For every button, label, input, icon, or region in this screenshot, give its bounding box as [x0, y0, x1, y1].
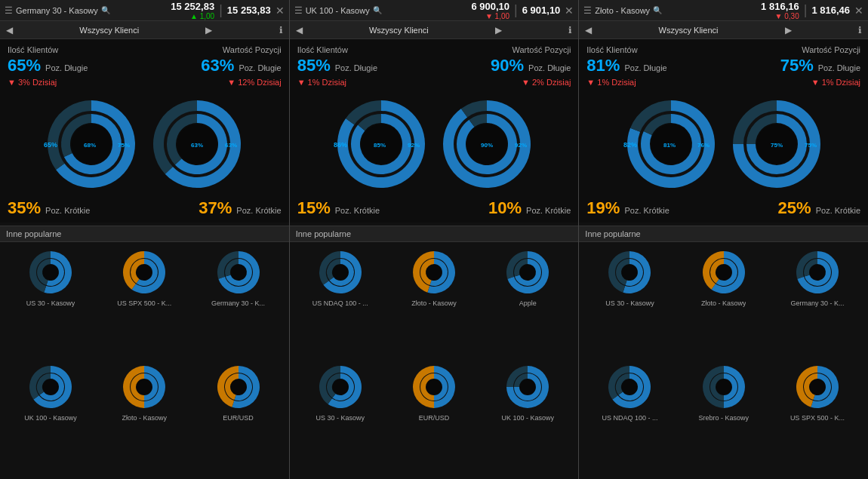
- svg-point-18: [137, 265, 152, 280]
- instruments-grid: US 30 - KasowyUS SPX 500 - K...Germany 3…: [0, 242, 289, 479]
- panel-header: ☰Germany 30 - Kasowy🔍15 252,83▲ 1,00|15 …: [0, 0, 289, 21]
- nav-prev[interactable]: ◀: [296, 25, 303, 35]
- nav-info-icon[interactable]: ℹ: [858, 25, 862, 35]
- value-label: Wartość Pozycji: [512, 45, 571, 54]
- instrument-item[interactable]: US NDAQ 100 - ...: [296, 248, 385, 358]
- instrument-item[interactable]: US 30 - Kasowy: [585, 248, 674, 358]
- svg-text:75%: 75%: [805, 142, 817, 149]
- instrument-item[interactable]: EUR/USD: [389, 363, 479, 473]
- menu-icon[interactable]: ☰: [294, 5, 303, 16]
- short-row: 35% Poz. Krótkie37% Poz. Krótkie: [0, 197, 289, 223]
- menu-icon[interactable]: ☰: [583, 5, 592, 16]
- svg-point-96: [622, 379, 637, 395]
- instrument-item[interactable]: Srebro - Kasowy: [679, 363, 768, 473]
- svg-text:68%: 68%: [84, 142, 96, 149]
- instrument-item[interactable]: US 30 - Kasowy: [6, 248, 95, 358]
- clients-label: Ilość Klientów: [586, 45, 637, 54]
- nav-info-icon[interactable]: ℹ: [279, 25, 283, 35]
- svg-point-92: [810, 265, 825, 280]
- svg-point-26: [43, 379, 58, 395]
- svg-text:82%: 82%: [623, 141, 637, 149]
- close-button[interactable]: ✕: [565, 5, 574, 17]
- donut-area: 82%81%76%75%75%: [579, 91, 868, 197]
- instrument-label: US NDAQ 100 - ...: [602, 414, 657, 422]
- short-value-pct: 25%: [778, 198, 811, 217]
- nav-title: Wszyscy Klienci: [659, 26, 719, 35]
- panel-2: ☰UK 100 - Kasowy🔍6 900,10▼ 1,00|6 901,10…: [290, 0, 580, 479]
- svg-text:65%: 65%: [44, 141, 57, 149]
- svg-point-88: [716, 265, 731, 280]
- instrument-item[interactable]: Złoto - Kasowy: [679, 248, 768, 358]
- svg-point-57: [520, 265, 535, 280]
- svg-text:75%: 75%: [771, 142, 783, 149]
- search-icon[interactable]: 🔍: [101, 6, 110, 14]
- svg-point-22: [231, 265, 246, 280]
- instrument-label: Apple: [519, 299, 537, 307]
- today-clients: ▼ 1% Dzisiaj: [586, 78, 636, 87]
- nav-bar: ◀Wszyscy Klienci▶ℹ: [579, 21, 868, 39]
- instrument-label: US 30 - Kasowy: [26, 299, 75, 307]
- panel-3: ☰Złoto - Kasowy🔍1 816,16▼ 0,30|1 816,46✕…: [579, 0, 868, 479]
- instrument-label: Germany 30 - K...: [790, 299, 844, 307]
- today-value: ▼ 1% Dzisiaj: [811, 78, 860, 87]
- instrument-item[interactable]: UK 100 - Kasowy: [483, 363, 572, 473]
- close-button[interactable]: ✕: [854, 5, 863, 17]
- price-change: ▼ 1,00: [485, 12, 509, 20]
- nav-prev[interactable]: ◀: [6, 25, 13, 35]
- instrument-item[interactable]: US 30 - Kasowy: [296, 363, 385, 473]
- price-ask: 1 816,46: [811, 5, 850, 16]
- search-icon[interactable]: 🔍: [653, 6, 662, 14]
- instrument-label: Złoto - Kasowy: [122, 414, 168, 422]
- close-button[interactable]: ✕: [275, 5, 285, 17]
- nav-next[interactable]: ▶: [785, 25, 792, 35]
- short-value-pct: 10%: [488, 198, 522, 217]
- nav-next[interactable]: ▶: [495, 25, 502, 35]
- instrument-item[interactable]: Germany 30 - K...: [773, 248, 862, 358]
- panels-container: ☰Germany 30 - Kasowy🔍15 252,83▲ 1,00|15 …: [0, 0, 868, 479]
- instrument-item[interactable]: Germany 30 - K...: [193, 248, 282, 358]
- instrument-item[interactable]: US SPX 500 - K...: [773, 363, 862, 473]
- instrument-item[interactable]: Złoto - Kasowy: [389, 248, 479, 358]
- short-clients-pct: 19%: [586, 198, 620, 217]
- long-value-pct: 63%: [201, 56, 234, 75]
- nav-bar: ◀Wszyscy Klienci▶ℹ: [0, 21, 289, 39]
- instrument-label: US SPX 500 - K...: [790, 414, 845, 422]
- panel-header: ☰Złoto - Kasowy🔍1 816,16▼ 0,30|1 816,46✕: [579, 0, 868, 21]
- svg-point-14: [43, 265, 58, 280]
- instrument-item[interactable]: Złoto - Kasowy: [100, 363, 189, 473]
- nav-prev[interactable]: ◀: [585, 25, 592, 35]
- panel-title: UK 100 - Kasowy: [306, 6, 370, 15]
- instrument-item[interactable]: Apple: [483, 248, 572, 358]
- inne-popularne-label: Inne popularne: [290, 226, 579, 242]
- panel-title: Germany 30 - Kasowy: [16, 6, 98, 15]
- svg-text:90%: 90%: [481, 142, 493, 149]
- instrument-item[interactable]: EUR/USD: [193, 363, 282, 473]
- nav-next[interactable]: ▶: [205, 25, 212, 35]
- price-change: ▲ 1,00: [190, 12, 214, 20]
- panel-1: ☰Germany 30 - Kasowy🔍15 252,83▲ 1,00|15 …: [0, 0, 290, 479]
- long-clients-pct: 81%: [586, 56, 620, 75]
- today-value: ▼ 12% Dzisiaj: [227, 78, 281, 87]
- instrument-item[interactable]: US NDAQ 100 - ...: [585, 363, 674, 473]
- search-icon[interactable]: 🔍: [373, 6, 382, 14]
- instrument-item[interactable]: UK 100 - Kasowy: [6, 363, 95, 473]
- price-separator: |: [219, 2, 223, 18]
- nav-info-icon[interactable]: ℹ: [568, 25, 572, 35]
- svg-point-30: [137, 379, 152, 395]
- svg-point-84: [622, 265, 637, 280]
- menu-icon[interactable]: ☰: [5, 5, 13, 16]
- instrument-label: US NDAQ 100 - ...: [312, 299, 368, 307]
- clients-label: Ilość Klientów: [8, 45, 58, 54]
- svg-text:76%: 76%: [697, 142, 709, 149]
- instrument-label: Germany 30 - K...: [211, 299, 265, 307]
- svg-point-34: [231, 379, 246, 395]
- short-row: 19% Poz. Krótkie25% Poz. Krótkie: [579, 197, 868, 223]
- svg-point-53: [426, 265, 442, 280]
- donut-area: 86%85%92%90%92%: [290, 91, 579, 197]
- short-row: 15% Poz. Krótkie10% Poz. Krótkie: [290, 197, 579, 223]
- inne-popularne-label: Inne popularne: [0, 226, 289, 242]
- svg-point-61: [333, 379, 348, 395]
- instrument-item[interactable]: US SPX 500 - K...: [100, 248, 189, 358]
- instrument-label: US 30 - Kasowy: [316, 414, 365, 422]
- long-clients-pct: 65%: [8, 56, 41, 75]
